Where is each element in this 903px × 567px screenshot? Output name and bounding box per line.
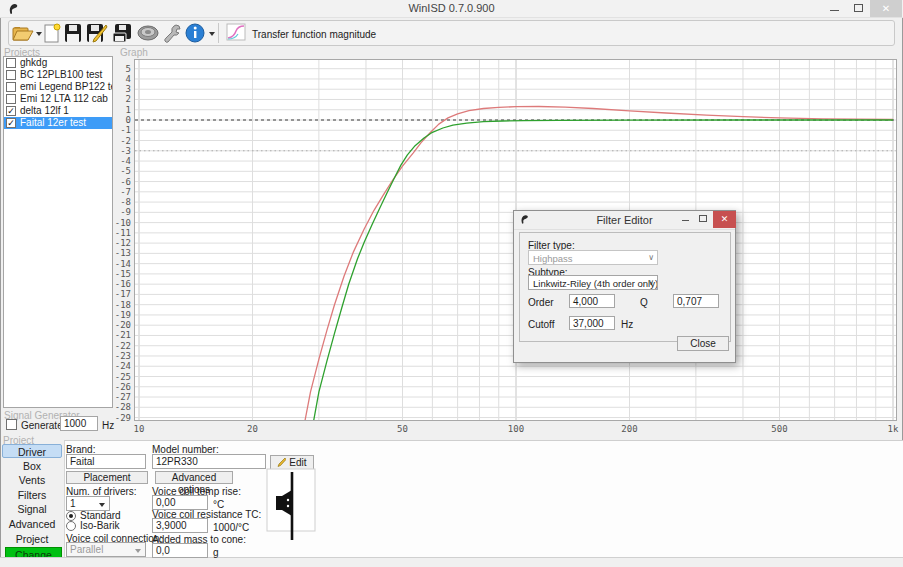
project-item[interactable]: ghkdg — [4, 57, 112, 69]
y-tick-label: -29 — [98, 413, 131, 423]
y-tick-label: -25 — [98, 372, 131, 382]
added-mass-input[interactable]: 0,0 — [152, 543, 208, 558]
y-tick-label: -17 — [98, 289, 131, 299]
y-tick-label: -5 — [98, 166, 131, 176]
y-tick-label: -27 — [98, 392, 131, 402]
order-input[interactable]: 4,000 — [569, 294, 615, 308]
open-dropdown-arrow[interactable] — [36, 32, 42, 36]
project-label: ghkdg — [20, 57, 47, 68]
vc-temp-input[interactable]: 0,00 — [152, 495, 208, 510]
tab-filters[interactable]: Filters — [2, 488, 62, 502]
standard-radio[interactable] — [66, 511, 76, 521]
vc-connection-select[interactable]: Parallel — [66, 542, 146, 557]
dialog-close-icon: ✕ — [721, 214, 729, 224]
minimize-button[interactable] — [822, 0, 846, 17]
view-mode-label[interactable]: Transfer function magnitude — [252, 29, 376, 40]
project-item[interactable]: emi Legend BP122 test — [4, 81, 112, 93]
y-tick-label: 5 — [98, 64, 131, 74]
tab-advanced[interactable]: Advanced — [2, 517, 62, 531]
project-item[interactable]: ✓Faital 12er test — [4, 117, 112, 129]
y-tick-label: -18 — [98, 300, 131, 310]
open-folder-icon[interactable] — [12, 23, 34, 43]
project-item[interactable]: BC 12PLB100 test — [4, 69, 112, 81]
y-tick-label: -3 — [98, 146, 131, 156]
q-input[interactable]: 0,707 — [673, 294, 719, 308]
y-tick-label: 2 — [98, 94, 131, 104]
filter-type-select[interactable]: Highpass ∨ — [528, 250, 658, 265]
y-tick-label: -9 — [98, 207, 131, 217]
dialog-close-button[interactable]: ✕ — [713, 211, 736, 228]
project-checkbox[interactable] — [6, 82, 16, 92]
dialog-close-action-button[interactable]: Close — [677, 336, 729, 351]
dialog-title-bar[interactable]: Filter Editor ✕ — [514, 211, 735, 230]
y-tick-label: 1 — [98, 105, 131, 115]
project-checkbox[interactable]: ✓ — [6, 106, 16, 116]
title-bar: WinISD 0.7.0.900 ✕ — [0, 0, 903, 18]
info-icon[interactable] — [185, 23, 205, 43]
dialog-minimize-button[interactable] — [677, 211, 693, 228]
y-tick-label: -21 — [98, 330, 131, 340]
y-tick-label: -13 — [98, 248, 131, 258]
generator-frequency-input[interactable]: 1000 — [60, 416, 98, 431]
x-tick-label: 1k — [878, 424, 903, 434]
num-drivers-value: 1 — [70, 498, 76, 509]
x-tick-label: 20 — [237, 424, 267, 434]
tab-vents[interactable]: Vents — [2, 473, 62, 487]
maximize-icon — [854, 4, 863, 12]
graph-header: Graph — [120, 47, 148, 58]
vc-connection-dropdown-arrow — [135, 549, 141, 553]
generate-checkbox[interactable] — [6, 419, 17, 430]
advanced-options-button[interactable]: Advanced options — [155, 471, 233, 484]
tools-wrench-icon[interactable] — [162, 23, 182, 43]
filter-type-value: Highpass — [533, 253, 573, 264]
tab-project[interactable]: Project — [2, 532, 62, 546]
y-tick-label: 4 — [98, 74, 131, 84]
bottom-strip — [0, 557, 903, 567]
q-label: Q — [640, 297, 648, 308]
project-checkbox[interactable] — [6, 58, 16, 68]
filter-editor-dialog: Filter Editor ✕ Filter type: Highpass ∨ … — [513, 210, 736, 363]
save-edit-icon[interactable] — [86, 23, 108, 43]
new-project-icon[interactable] — [43, 23, 61, 43]
project-checkbox[interactable] — [6, 70, 16, 80]
pencil-icon — [277, 458, 286, 467]
order-label: Order — [528, 297, 554, 308]
info-dropdown-arrow[interactable] — [209, 32, 215, 36]
y-tick-label: -16 — [98, 279, 131, 289]
project-checkbox[interactable] — [6, 94, 16, 104]
project-item[interactable]: ✓delta 12lf 1 — [4, 105, 112, 117]
project-checkbox[interactable]: ✓ — [6, 118, 16, 128]
x-tick-label: 200 — [614, 424, 644, 434]
dialog-maximize-button[interactable] — [695, 211, 711, 228]
vc-tc-unit: 1000/°C — [213, 522, 249, 533]
save-icon[interactable] — [64, 23, 82, 43]
y-tick-label: -15 — [98, 269, 131, 279]
model-number-input[interactable]: 12PR330 — [152, 454, 266, 469]
y-tick-label: -28 — [98, 402, 131, 412]
brand-input[interactable]: Faital — [66, 454, 146, 469]
chart-view-icon[interactable] — [226, 23, 246, 43]
subtype-select[interactable]: Linkwitz-Riley (4th order only) ∨ — [528, 275, 658, 290]
num-drivers-select[interactable]: 1 — [66, 496, 110, 511]
added-mass-unit: g — [213, 547, 219, 558]
cutoff-input[interactable]: 37,000 — [569, 316, 615, 330]
project-label: BC 12PLB100 test — [20, 69, 102, 80]
cutoff-unit: Hz — [621, 319, 633, 330]
projects-list[interactable]: ghkdgBC 12PLB100 testemi Legend BP122 te… — [3, 56, 113, 408]
tab-driver[interactable]: Driver — [2, 444, 62, 458]
close-button[interactable]: ✕ — [870, 0, 902, 17]
vc-tc-input[interactable]: 3,9000 — [152, 518, 208, 533]
tab-box[interactable]: Box — [2, 459, 62, 473]
project-item[interactable]: Emi 12 LTA 112 cab — [4, 93, 112, 105]
tab-signal[interactable]: Signal — [2, 502, 62, 516]
y-tick-label: -6 — [98, 177, 131, 187]
driver-database-icon[interactable] — [136, 23, 160, 43]
placement-button[interactable]: Placement — [66, 471, 148, 484]
y-tick-label: -7 — [98, 187, 131, 197]
isobarik-radio[interactable] — [66, 521, 76, 531]
maximize-button[interactable] — [846, 0, 870, 17]
save-all-icon[interactable] — [112, 23, 132, 43]
winisd-window: { "window": { "title": "WinISD 0.7.0.900… — [0, 0, 903, 567]
y-tick-label: -8 — [98, 197, 131, 207]
y-tick-label: -22 — [98, 341, 131, 351]
